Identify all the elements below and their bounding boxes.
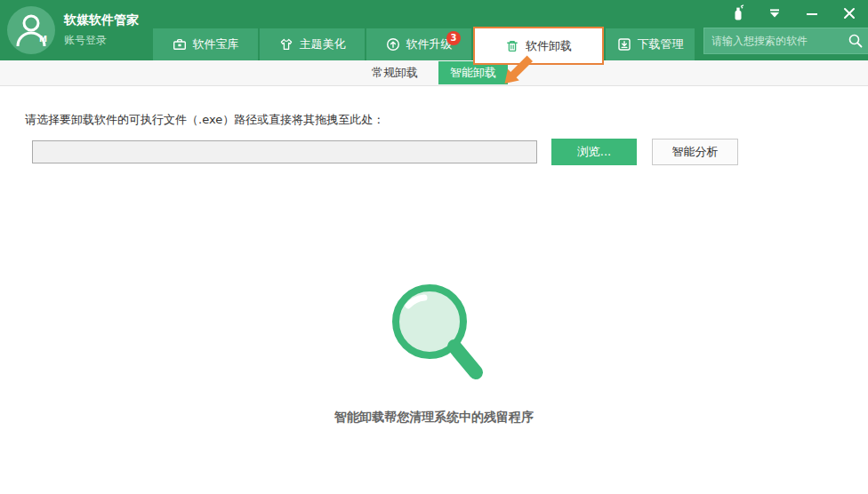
tab-label: 软件卸载	[526, 38, 572, 54]
empty-state-caption: 智能卸载帮您清理系统中的残留程序	[0, 410, 868, 426]
avatar-monogram: M	[39, 35, 47, 44]
app-title: 软媒软件管家	[64, 12, 139, 28]
account-login-link[interactable]: 账号登录	[64, 33, 139, 48]
smart-uninstall-panel: 请选择要卸载软件的可执行文件（.exe）路径或直接将其拖拽至此处： 浏览... …	[0, 86, 868, 426]
avatar[interactable]: M	[7, 6, 55, 54]
search-box[interactable]	[703, 28, 868, 54]
window-controls	[727, 3, 859, 24]
briefcase-icon	[173, 37, 187, 52]
tab-label: 软件宝库	[193, 36, 239, 52]
path-form-row: 浏览... 智能分析	[32, 139, 868, 165]
upgrade-circle-icon	[386, 37, 400, 52]
header: M 软媒软件管家 账号登录 软件宝库 主题美化	[0, 0, 868, 60]
subtab-normal-uninstall[interactable]: 常规卸载	[360, 61, 430, 84]
empty-state: 智能卸载帮您清理系统中的残留程序	[0, 279, 868, 426]
tab-theme-beautify[interactable]: 主题美化	[260, 28, 365, 60]
search-input[interactable]	[711, 35, 848, 47]
close-icon[interactable]	[840, 4, 859, 23]
tab-download-manager[interactable]: 下载管理	[606, 28, 695, 60]
main-tabs: 软件宝库 主题美化 软件升级 3 软件卸载	[153, 0, 695, 60]
tab-software-upgrade[interactable]: 软件升级 3	[366, 28, 471, 60]
brand-area: M 软媒软件管家 账号登录	[0, 0, 153, 60]
minimize-icon[interactable]	[802, 4, 822, 23]
tab-software-uninstall[interactable]: 软件卸载	[473, 27, 604, 65]
path-instruction-label: 请选择要卸载软件的可执行文件（.exe）路径或直接将其拖拽至此处：	[25, 112, 868, 128]
tab-label: 主题美化	[300, 36, 346, 52]
tab-label: 软件升级	[406, 36, 453, 52]
exe-path-input[interactable]	[32, 140, 537, 163]
tab-software-library[interactable]: 软件宝库	[153, 28, 258, 60]
tshirt-icon	[279, 37, 293, 52]
uninstall-subnav: 常规卸载 智能卸载	[0, 60, 868, 86]
magnifier-illustration-icon	[367, 279, 501, 393]
user-icon: M	[7, 6, 55, 54]
skin-changer-icon[interactable]	[727, 4, 747, 23]
trash-icon	[505, 39, 519, 53]
browse-button[interactable]: 浏览...	[551, 139, 637, 165]
update-count-badge: 3	[446, 31, 461, 45]
download-box-icon	[617, 37, 631, 52]
smart-analyze-button[interactable]: 智能分析	[652, 139, 738, 165]
search-icon[interactable]	[848, 33, 864, 49]
tab-label: 下载管理	[638, 36, 684, 52]
dropdown-triangle-icon[interactable]	[765, 4, 784, 23]
